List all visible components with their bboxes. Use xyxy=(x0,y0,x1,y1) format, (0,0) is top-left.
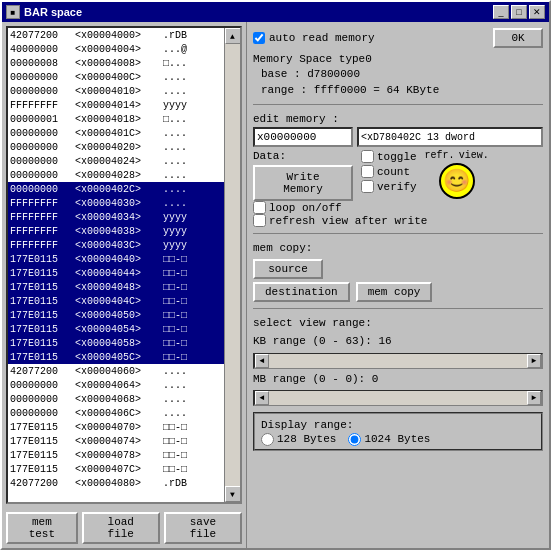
close-button[interactable]: ✕ xyxy=(529,5,545,19)
table-row[interactable]: FFFFFFFF<x00004030>.... xyxy=(8,196,224,210)
write-memory-button[interactable]: Write Memory xyxy=(253,165,353,201)
table-row[interactable]: 177E0115<x00004040>□□-□ xyxy=(8,252,224,266)
table-row[interactable]: 177E0115<x0000407C>□□-□ xyxy=(8,462,224,476)
scroll-track[interactable] xyxy=(225,44,241,486)
table-row[interactable]: 42077200<x00004080>.rDB xyxy=(8,476,224,490)
table-row[interactable]: 40000000<x00004004>...@ xyxy=(8,42,224,56)
table-row[interactable]: 177E0115<x00004078>□□-□ xyxy=(8,448,224,462)
table-row[interactable]: 177E0115<x00004054>□□-□ xyxy=(8,322,224,336)
table-row[interactable]: 00000000<x00004068>.... xyxy=(8,392,224,406)
table-row[interactable]: 177E0115<x00004070>□□-□ xyxy=(8,420,224,434)
table-row[interactable]: FFFFFFFF<x00004038>yyyy xyxy=(8,224,224,238)
table-row[interactable]: 00000000<x00004028>.... xyxy=(8,168,224,182)
table-row[interactable]: FFFFFFFF<x0000403C>yyyy xyxy=(8,238,224,252)
refresh-checkbox[interactable] xyxy=(253,214,266,227)
data-input[interactable] xyxy=(357,127,543,147)
mem-addr-cell: FFFFFFFF xyxy=(10,226,75,237)
scroll-down-button[interactable]: ▼ xyxy=(225,486,241,502)
destination-button[interactable]: destination xyxy=(253,282,350,302)
table-row[interactable]: 177E0115<x0000404C>□□-□ xyxy=(8,294,224,308)
maximize-button[interactable]: □ xyxy=(511,5,527,19)
table-row[interactable]: FFFFFFFF<x00004014>yyyy xyxy=(8,98,224,112)
table-row[interactable]: 00000000<x00004010>.... xyxy=(8,84,224,98)
table-row[interactable]: 177E0115<x00004048>□□-□ xyxy=(8,280,224,294)
verify-checkbox[interactable] xyxy=(361,180,374,193)
save-file-button[interactable]: save file xyxy=(164,512,242,544)
mem-addr-cell: 177E0115 xyxy=(10,436,75,447)
scroll-left-kb[interactable]: ◄ xyxy=(255,354,269,368)
table-row[interactable]: 177E0115<x00004050>□□-□ xyxy=(8,308,224,322)
table-row[interactable]: 00000000<x0000402C>.... xyxy=(8,182,224,196)
mem-hex-cell: <x0000401C> xyxy=(75,128,163,139)
mem-addr-cell: 177E0115 xyxy=(10,464,75,475)
auto-read-label: auto read memory xyxy=(269,32,375,44)
kb-scrollbar[interactable]: ◄ ► xyxy=(253,353,543,369)
display-range-section: Display range: 128 Bytes 1024 Bytes xyxy=(253,412,543,451)
table-row[interactable]: FFFFFFFF<x00004034>yyyy xyxy=(8,210,224,224)
title-bar: ■ BAR space _ □ ✕ xyxy=(2,2,549,22)
table-row[interactable]: 00000008<x00004008>□... xyxy=(8,56,224,70)
mem-val-cell: □... xyxy=(163,58,203,69)
mem-val-cell: □□-□ xyxy=(163,282,203,293)
scroll-left-mb[interactable]: ◄ xyxy=(255,391,269,405)
table-row[interactable]: 00000000<x0000400C>.... xyxy=(8,70,224,84)
auto-read-checkbox[interactable] xyxy=(253,32,265,44)
base-label: base : d7800000 xyxy=(261,67,543,82)
scroll-right-mb[interactable]: ► xyxy=(527,391,541,405)
mem-val-cell: □□-□ xyxy=(163,464,203,475)
table-row[interactable]: 177E0115<x00004074>□□-□ xyxy=(8,434,224,448)
divider-3 xyxy=(253,308,543,309)
table-row[interactable]: 177E0115<x00004044>□□-□ xyxy=(8,266,224,280)
radio-128[interactable] xyxy=(261,433,274,446)
main-content: 42077200<x00004000>.rDB40000000<x0000400… xyxy=(2,22,549,548)
mem-copy-button[interactable]: mem copy xyxy=(356,282,433,302)
mb-scrollbar[interactable]: ◄ ► xyxy=(253,390,543,406)
loop-checkbox[interactable] xyxy=(253,201,266,214)
table-row[interactable]: 177E0115<x00004058>□□-□ xyxy=(8,336,224,350)
mb-range-label: MB range (0 - 0): 0 xyxy=(253,372,543,387)
mem-hex-cell: <x00004014> xyxy=(75,100,163,111)
loop-check-item: loop on/off xyxy=(253,201,342,214)
table-row[interactable]: 177E0115<x0000405C>□□-□ xyxy=(8,350,224,364)
mem-val-cell: □□-□ xyxy=(163,422,203,433)
mem-test-button[interactable]: mem test xyxy=(6,512,78,544)
mb-scroll-track[interactable] xyxy=(269,391,527,405)
mem-hex-cell: <x00004050> xyxy=(75,310,163,321)
kb-range-label: KB range (0 - 63): 16 xyxy=(253,334,543,349)
table-row[interactable]: 00000000<x00004064>.... xyxy=(8,378,224,392)
memory-list[interactable]: 42077200<x00004000>.rDB40000000<x0000400… xyxy=(6,26,242,504)
mem-val-cell: .... xyxy=(163,380,203,391)
ok-button[interactable]: 0K xyxy=(493,28,543,48)
mem-val-cell: .... xyxy=(163,394,203,405)
kb-scroll-track[interactable] xyxy=(269,354,527,368)
address-input[interactable] xyxy=(253,127,353,147)
mem-addr-cell: 00000000 xyxy=(10,184,75,195)
view-range-section: select view range: KB range (0 - 63): 16… xyxy=(253,315,543,406)
mem-hex-cell: <x00004060> xyxy=(75,366,163,377)
table-row[interactable]: 42077200<x00004060>.... xyxy=(8,364,224,378)
radio-1024[interactable] xyxy=(348,433,361,446)
table-row[interactable]: 00000000<x00004020>.... xyxy=(8,140,224,154)
mem-addr-cell: 00000000 xyxy=(10,380,75,391)
scrollbar-vertical: ▲ ▼ xyxy=(224,28,240,502)
source-button[interactable]: source xyxy=(253,259,323,279)
mem-val-cell: ...@ xyxy=(163,44,203,55)
mem-addr-cell: 00000000 xyxy=(10,394,75,405)
count-checkbox[interactable] xyxy=(361,165,374,178)
table-row[interactable]: 00000000<x0000401C>.... xyxy=(8,126,224,140)
mem-copy-section: mem copy: source destination mem copy xyxy=(253,240,543,302)
mem-addr-cell: 177E0115 xyxy=(10,352,75,363)
table-row[interactable]: 00000000<x00004024>.... xyxy=(8,154,224,168)
radio-128-item: 128 Bytes xyxy=(261,433,336,446)
toggle-checkbox[interactable] xyxy=(361,150,374,163)
scroll-right-kb[interactable]: ► xyxy=(527,354,541,368)
table-row[interactable]: 00000001<x00004018>□... xyxy=(8,112,224,126)
radio-1024-item: 1024 Bytes xyxy=(348,433,430,446)
load-file-button[interactable]: load file xyxy=(82,512,160,544)
table-row[interactable]: 00000000<x0000406C>.... xyxy=(8,406,224,420)
table-row[interactable]: 42077200<x00004000>.rDB xyxy=(8,28,224,42)
minimize-button[interactable]: _ xyxy=(493,5,509,19)
mem-addr-cell: 42077200 xyxy=(10,478,75,489)
mem-hex-cell: <x00004054> xyxy=(75,324,163,335)
scroll-up-button[interactable]: ▲ xyxy=(225,28,241,44)
